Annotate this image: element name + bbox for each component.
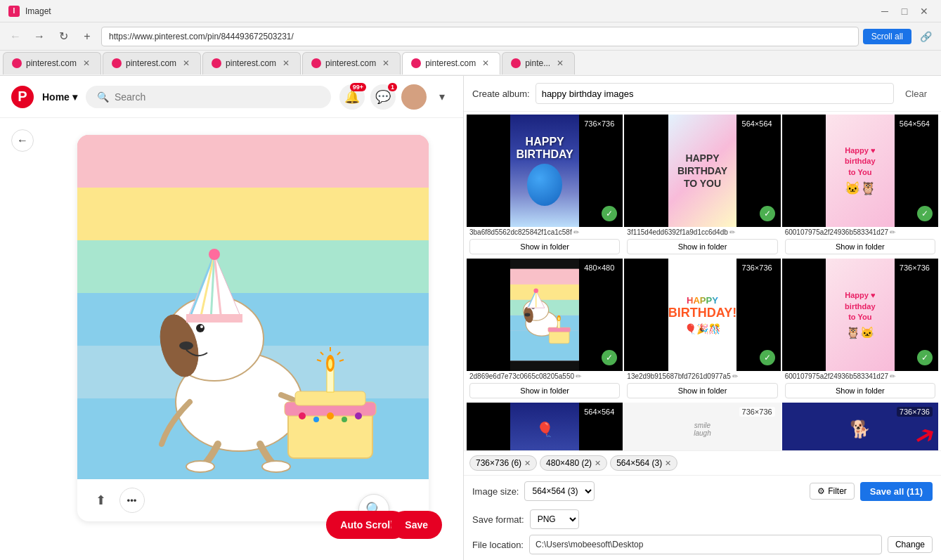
tab-5[interactable]: pinterest.com ✕: [402, 52, 500, 74]
messages-button[interactable]: 💬 1: [370, 84, 396, 110]
chevron-down-icon: ▾: [72, 91, 77, 103]
tab-favicon-4: [311, 58, 321, 68]
image-size-select[interactable]: 564×564 (3): [524, 481, 595, 501]
notifications-button[interactable]: 🔔 99+: [339, 84, 365, 110]
svg-point-35: [313, 417, 319, 422]
file-location-input[interactable]: [529, 535, 882, 554]
change-button[interactable]: Change: [888, 536, 933, 553]
svg-point-49: [525, 313, 531, 317]
filter-tag-remove-480[interactable]: ✕: [595, 459, 601, 468]
edit-icon-4[interactable]: ✏: [576, 372, 581, 380]
tab-label-4: pinterest.com: [325, 58, 376, 68]
user-avatar[interactable]: [401, 84, 427, 110]
edit-icon-6[interactable]: ✏: [890, 372, 895, 380]
svg-rect-4: [77, 240, 429, 293]
save-button[interactable]: Save: [391, 511, 442, 539]
tab-close-3[interactable]: ✕: [280, 58, 292, 69]
scroll-all-button[interactable]: Scroll all: [863, 29, 911, 44]
save-all-button[interactable]: Save all (11): [860, 482, 933, 501]
upload-button[interactable]: ⬆: [89, 488, 114, 513]
svg-point-11: [196, 324, 205, 332]
filter-tag-736: 736×736 (6) ✕: [469, 455, 537, 471]
tab-close-6[interactable]: ✕: [554, 58, 566, 69]
show-folder-btn-1[interactable]: Show in folder: [469, 239, 620, 254]
search-input[interactable]: [115, 91, 320, 103]
image-cell-5: HAPPY BIRTHDAY! 🎈🎉🎊 736×736 ✓ 13e2d9b915…: [624, 259, 780, 401]
address-bar[interactable]: [101, 27, 859, 46]
profile-chevron-button[interactable]: ▾: [432, 87, 452, 107]
tab-close-5[interactable]: ✕: [480, 58, 491, 69]
edit-icon-1[interactable]: ✏: [573, 228, 579, 236]
edit-icon-3[interactable]: ✏: [890, 228, 895, 236]
refresh-button[interactable]: ↻: [53, 27, 73, 46]
tab-4[interactable]: pinterest.com ✕: [302, 52, 401, 74]
tab-6[interactable]: pinte... ✕: [502, 52, 575, 74]
size-label-4: 480×480: [581, 263, 617, 273]
minimize-button[interactable]: ─: [876, 3, 893, 20]
grid-row-1: HAPPYBIRTHDAY 736×736 ✓ 3ba6f8d5562dc825…: [467, 115, 938, 257]
new-tab-button[interactable]: +: [77, 27, 97, 46]
app-title: Imaget: [25, 6, 51, 16]
tab-1[interactable]: pinterest.com ✕: [3, 52, 101, 74]
filter-tag-480: 480×480 (2) ✕: [540, 455, 607, 471]
svg-rect-40: [510, 269, 579, 285]
svg-point-38: [355, 412, 362, 419]
tab-favicon-1: [12, 58, 22, 68]
back-button[interactable]: ←: [11, 129, 34, 152]
header-icons: 🔔 99+ 💬 1 ▾: [339, 84, 452, 110]
check-2: ✓: [760, 206, 775, 221]
filter-button[interactable]: ⚙ Filter: [810, 483, 855, 500]
tab-label-1: pinterest.com: [26, 58, 77, 68]
more-button[interactable]: •••: [119, 488, 145, 513]
show-folder-btn-6[interactable]: Show in folder: [785, 383, 935, 398]
image-cell-2: HAPPYBIRTHDAYTO YOU 564×564 ✓ 3f115d4edd…: [624, 115, 780, 257]
size-label-1: 736×736: [581, 119, 617, 129]
filename-1: 3ba6f8d5562dc825842f1ca1c58f ✏: [467, 227, 623, 237]
search-bar[interactable]: 🔍: [86, 86, 331, 108]
save-format-label: Save format:: [472, 514, 524, 525]
filename-5: 13e2d9b915687bfd7261d0977a5 ✏: [624, 371, 780, 382]
svg-rect-41: [510, 285, 579, 300]
svg-point-53: [534, 288, 539, 293]
image-cell-partial-3: 🐕 736×736: [782, 403, 938, 450]
maximize-button[interactable]: □: [896, 3, 913, 20]
pinterest-logo: P: [11, 86, 34, 108]
svg-point-36: [327, 412, 334, 419]
filter-tag-remove-736[interactable]: ✕: [524, 459, 531, 468]
clear-button[interactable]: Clear: [900, 86, 933, 102]
album-input[interactable]: [536, 83, 894, 104]
create-album-label: Create album:: [472, 89, 530, 99]
bookmark-button[interactable]: 🔗: [916, 27, 935, 46]
forward-nav-button[interactable]: →: [30, 27, 49, 46]
back-nav-button[interactable]: ←: [6, 27, 25, 46]
close-button[interactable]: ✕: [916, 3, 933, 20]
show-folder-btn-5[interactable]: Show in folder: [627, 383, 777, 398]
filter-tag-label-480: 480×480 (2): [546, 458, 592, 468]
tab-label-6: pinte...: [525, 58, 550, 68]
home-button[interactable]: Home ▾: [42, 91, 77, 103]
pinterest-content: ←: [0, 118, 463, 560]
filename-2: 3f115d4edd6392f1a9d1cc6d4db ✏: [624, 227, 780, 237]
tab-close-1[interactable]: ✕: [81, 58, 92, 69]
size-label-5: 736×736: [739, 263, 775, 273]
tab-3[interactable]: pinterest.com ✕: [202, 52, 301, 74]
filter-icon: ⚙: [817, 486, 825, 496]
edit-icon-2[interactable]: ✏: [729, 228, 735, 236]
tab-2[interactable]: pinterest.com ✕: [103, 52, 201, 74]
main-image: [77, 135, 429, 479]
show-folder-btn-2[interactable]: Show in folder: [627, 239, 777, 254]
svg-rect-54: [550, 331, 570, 344]
tab-favicon-3: [212, 58, 221, 68]
filter-tag-remove-564[interactable]: ✕: [665, 459, 671, 468]
show-folder-btn-4[interactable]: Show in folder: [469, 383, 620, 398]
size-label-6: 736×736: [897, 263, 933, 273]
tab-label-2: pinterest.com: [126, 58, 176, 68]
edit-icon-5[interactable]: ✏: [732, 372, 738, 380]
image-size-row: Image size: 564×564 (3) ⚙ Filter Save al…: [464, 476, 941, 507]
format-select[interactable]: PNG: [530, 509, 579, 529]
tab-close-2[interactable]: ✕: [181, 58, 192, 69]
show-folder-btn-3[interactable]: Show in folder: [785, 239, 935, 254]
tab-close-4[interactable]: ✕: [380, 58, 391, 69]
format-row: Save format: PNG: [464, 507, 941, 532]
left-panel: P Home ▾ 🔍 🔔 99+ 💬 1 ▾: [0, 76, 464, 560]
